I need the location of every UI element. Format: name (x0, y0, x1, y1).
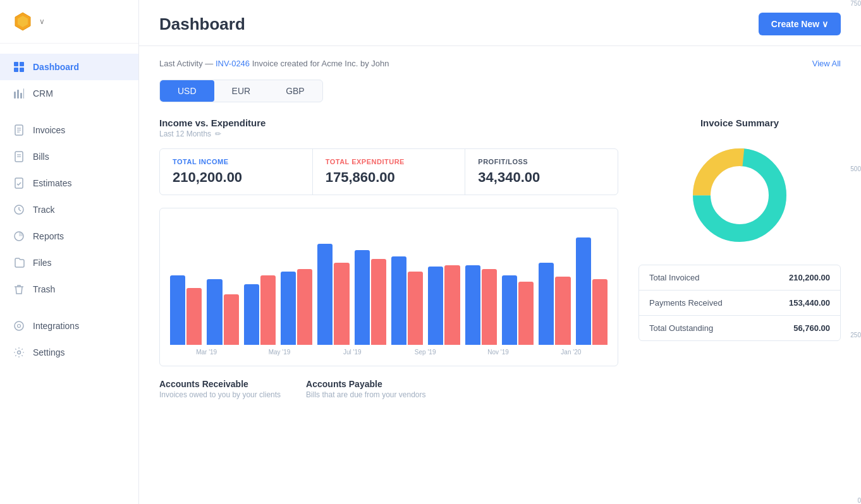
sidebar-item-invoices-label: Invoices (33, 125, 65, 135)
x-label-may: May '19 (243, 349, 315, 356)
dashboard-grid: Income vs. Expenditure Last 12 Months ✏ … (159, 117, 841, 399)
logo-chevron[interactable]: ∨ (39, 17, 45, 26)
bar-blue-4 (317, 244, 333, 345)
bar-blue-0 (170, 275, 185, 345)
bar-chart-container: Mar '19 May '19 Jul '19 Sep '19 Nov '19 … (159, 208, 618, 366)
bar-blue-6 (391, 256, 406, 345)
summary-row-invoiced: Total Invoiced 210,200.00 (639, 265, 840, 291)
sidebar-item-dashboard[interactable]: Dashboard (0, 54, 138, 80)
bar-red-5 (371, 259, 386, 345)
svg-rect-3 (20, 62, 24, 66)
summary-label-outstanding: Total Outstanding (649, 323, 713, 333)
sidebar-item-bills[interactable]: Bills (0, 143, 138, 170)
svg-rect-4 (14, 68, 18, 72)
income-value: 210,200.00 (173, 169, 300, 186)
invoices-icon (13, 124, 25, 136)
main-content: Dashboard Create New ∨ Last Activity — I… (139, 0, 861, 504)
logo-area[interactable]: ∨ (0, 0, 138, 44)
sidebar-item-files[interactable]: Files (0, 249, 138, 276)
currency-tab-usd[interactable]: USD (160, 80, 214, 102)
sidebar: ∨ Dashboard CRM Invoices (0, 0, 139, 504)
sidebar-item-trash-label: Trash (33, 284, 55, 294)
bar-red-0 (186, 288, 202, 345)
bar-red-8 (482, 269, 497, 345)
bar-group-5 (355, 250, 386, 345)
bar-blue-7 (428, 267, 443, 345)
sidebar-item-integrations[interactable]: Integrations (0, 313, 138, 339)
y-label-500: 500 (842, 165, 861, 172)
view-all-link[interactable]: View All (812, 59, 841, 68)
sidebar-item-bills-label: Bills (33, 152, 49, 162)
svg-rect-5 (20, 68, 24, 72)
svg-point-24 (18, 351, 21, 354)
sidebar-item-reports[interactable]: Reports (0, 223, 138, 249)
y-label-0: 0 (842, 497, 861, 504)
sidebar-item-crm-label: CRM (33, 88, 53, 99)
bar-red-9 (518, 282, 534, 345)
bar-group-4 (317, 244, 349, 345)
bar-red-3 (297, 269, 312, 345)
donut-chart (683, 138, 797, 252)
summary-row-payments: Payments Received 153,440.00 (639, 291, 840, 316)
svg-rect-7 (17, 90, 19, 99)
bar-chart (170, 219, 608, 345)
files-icon (13, 256, 25, 269)
bar-group-11 (576, 237, 608, 345)
chart-y-axis: 750 500 250 0 (842, 0, 861, 504)
currency-tab-eur[interactable]: EUR (214, 80, 269, 102)
x-label-mar: Mar '19 (170, 349, 243, 356)
create-new-button[interactable]: Create New ∨ (759, 13, 841, 35)
bar-blue-2 (244, 284, 259, 345)
bar-blue-11 (576, 237, 591, 345)
bar-red-1 (224, 294, 239, 345)
sidebar-item-invoices[interactable]: Invoices (0, 117, 138, 143)
accounts-payable: Accounts Payable Bills that are due from… (306, 379, 425, 399)
activity-text: Last Activity — INV-0246 Invoice created… (159, 59, 389, 68)
nav-separator-1 (0, 107, 138, 117)
summary-row-outstanding: Total Outstanding 56,760.00 (639, 316, 840, 340)
payable-subtitle: Bills that are due from your vendors (306, 390, 425, 399)
edit-icon[interactable]: ✏ (215, 129, 221, 138)
estimates-icon (13, 177, 25, 189)
bills-icon (13, 150, 25, 163)
svg-point-23 (18, 325, 21, 328)
bar-blue-5 (355, 250, 370, 345)
sidebar-item-dashboard-label: Dashboard (33, 62, 79, 72)
bar-red-7 (444, 265, 460, 345)
income-label: TOTAL INCOME (173, 158, 300, 165)
right-panel: Invoice Summary (638, 117, 841, 399)
bar-blue-3 (281, 272, 296, 345)
sidebar-item-settings[interactable]: Settings (0, 339, 138, 366)
sidebar-item-track[interactable]: Track (0, 196, 138, 223)
receivable-title: Accounts Receivable (159, 379, 281, 389)
svg-point-22 (15, 321, 23, 330)
currency-tab-gbp[interactable]: GBP (268, 80, 322, 102)
track-icon (13, 203, 25, 216)
expenditure-label: TOTAL EXPENDITURE (326, 158, 453, 165)
bar-group-8 (465, 265, 497, 345)
sidebar-item-crm[interactable]: CRM (0, 80, 138, 107)
x-label-jul: Jul '19 (316, 349, 389, 356)
bar-blue-10 (539, 263, 554, 345)
sidebar-item-estimates-label: Estimates (33, 178, 71, 188)
trash-icon (13, 283, 25, 296)
sidebar-item-estimates[interactable]: Estimates (0, 170, 138, 196)
bar-group-3 (281, 269, 312, 345)
accounts-receivable: Accounts Receivable Invoices owed to you… (159, 379, 281, 399)
bar-group-7 (428, 265, 460, 345)
svg-line-20 (19, 210, 21, 211)
summary-value-outstanding: 56,760.00 (793, 323, 830, 333)
metric-profit: PROFIT/LOSS 34,340.00 (465, 149, 618, 195)
bar-blue-9 (502, 275, 517, 345)
bar-red-11 (592, 279, 608, 345)
metric-expenditure: TOTAL EXPENDITURE 175,860.00 (313, 149, 466, 195)
bar-group-0 (170, 275, 202, 345)
app-logo-icon (13, 11, 33, 32)
activity-invoice-link[interactable]: INV-0246 (216, 59, 250, 68)
invoice-summary-title: Invoice Summary (638, 117, 841, 128)
activity-suffix: Invoice created for Acme Inc. by John (250, 59, 389, 68)
sidebar-item-trash[interactable]: Trash (0, 276, 138, 303)
topbar: Dashboard Create New ∨ (139, 0, 861, 46)
reports-icon (13, 230, 25, 243)
y-label-750: 750 (842, 0, 861, 7)
